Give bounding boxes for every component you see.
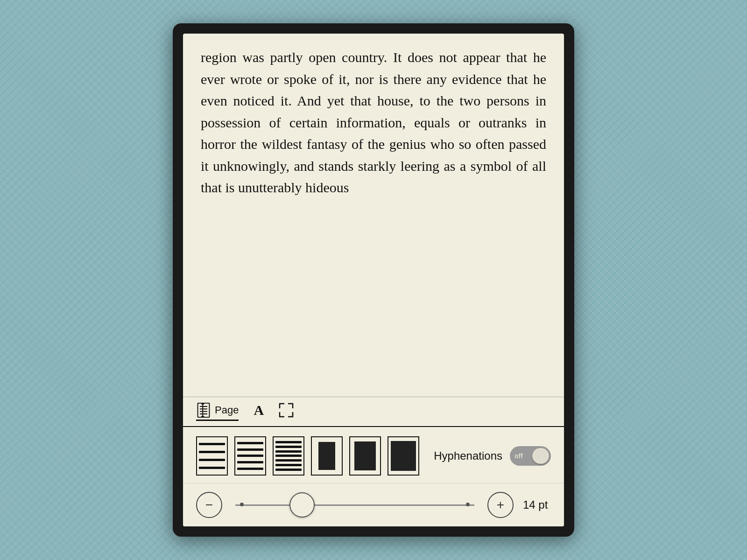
toggle-state-label: off	[514, 452, 523, 460]
font-size-slider-track[interactable]	[235, 504, 474, 506]
font-a-icon: A	[254, 402, 264, 418]
layout-row: Hyphenations off	[196, 436, 551, 476]
layout-single-narrow[interactable]	[273, 436, 304, 476]
svg-rect-0	[198, 403, 210, 417]
ereader-screen: region was partly open country. It does …	[183, 34, 564, 526]
margin-medium-icon[interactable]	[349, 436, 381, 476]
ereader-device: region was partly open country. It does …	[173, 23, 574, 537]
toggle-knob	[532, 448, 549, 464]
margin-large-icon[interactable]	[311, 436, 343, 476]
page-lines-icon	[196, 403, 211, 418]
font-size-decrease-button[interactable]: −	[196, 492, 222, 518]
expand-icon	[279, 403, 294, 418]
book-text-area[interactable]: region was partly open country. It does …	[183, 34, 564, 397]
tab-layout[interactable]	[279, 403, 294, 421]
layout-panel: Hyphenations off	[183, 427, 564, 483]
hyphenation-toggle[interactable]: off	[510, 446, 551, 466]
tabs-row: Page A	[183, 397, 564, 427]
book-paragraph: region was partly open country. It does …	[201, 47, 546, 199]
layout-single-wide[interactable]	[196, 436, 228, 476]
hyphenation-label: Hyphenations	[434, 449, 502, 462]
font-size-row: − + 14 pt	[183, 483, 564, 526]
font-size-slider-thumb[interactable]	[289, 492, 315, 518]
font-size-value: 14 pt	[523, 498, 551, 511]
column-options	[196, 436, 419, 476]
margin-small-icon[interactable]	[388, 436, 419, 476]
font-size-increase-button[interactable]: +	[487, 492, 514, 518]
layout-single-medium[interactable]	[234, 436, 266, 476]
tab-page-label: Page	[215, 404, 239, 416]
hyphenation-control: Hyphenations off	[434, 446, 551, 466]
tab-font[interactable]: A	[254, 402, 264, 421]
tab-page[interactable]: Page	[196, 403, 239, 421]
